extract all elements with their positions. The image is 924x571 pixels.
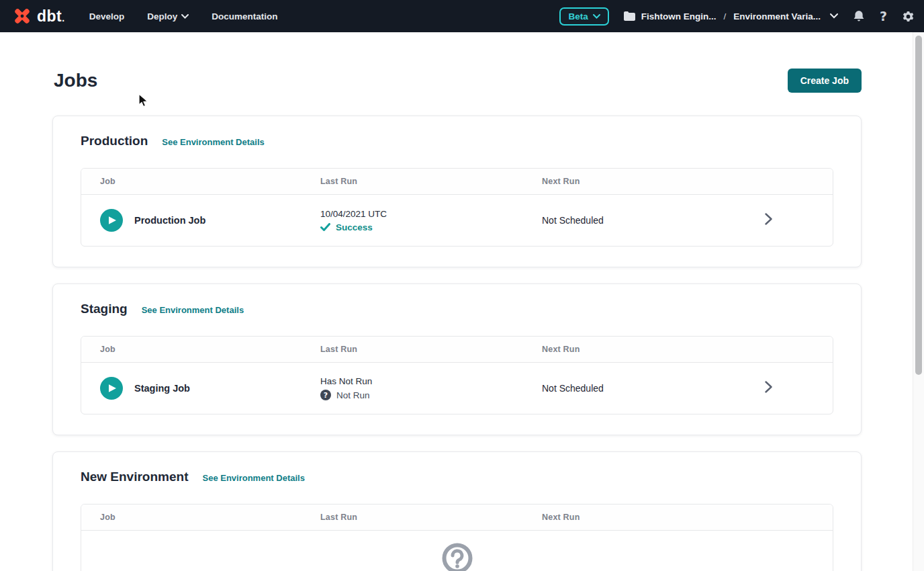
column-header-job: Job [81,513,320,522]
nav-item-documentation[interactable]: Documentation [212,11,277,21]
jobs-table-header: Job Last Run Next Run [81,504,833,531]
environment-card-staging: Staging See Environment Details Job Last… [52,283,862,435]
environment-card-header: Staging See Environment Details [81,300,833,316]
empty-jobs-area [81,531,833,571]
brand-name: dbt [37,7,65,26]
top-navigation-bar: dbt Develop Deploy Documentation Beta Fi… [0,0,924,32]
column-header-next-run: Next Run [542,177,833,186]
question-circle-icon: ? [320,390,331,400]
column-header-next-run: Next Run [542,345,833,354]
next-run-cell: Not Scheduled [542,383,833,394]
last-run-date: Has Not Run [320,376,542,386]
jobs-table: Job Last Run Next Run Production Job 10/… [81,168,833,247]
dbt-logo-icon [12,6,32,26]
main-nav: Develop Deploy Documentation [89,11,278,21]
jobs-table: Job Last Run Next Run [81,504,833,571]
column-header-last-run: Last Run [320,345,542,354]
run-job-play-button[interactable] [100,377,123,400]
environment-card-new-environment: New Environment See Environment Details … [52,451,862,571]
chevron-down-icon [830,13,838,19]
vertical-scrollbar-thumb[interactable] [915,36,922,375]
last-run-status: Success [320,222,542,232]
chevron-right-icon[interactable] [765,213,772,228]
notifications-bell-icon[interactable] [853,10,865,23]
dbt-logo[interactable]: dbt [12,6,65,26]
chevron-down-icon [593,14,600,19]
environment-title: Staging [81,302,128,316]
column-header-job: Job [81,177,320,186]
job-cell: Production Job [81,209,320,232]
folder-icon [624,11,635,21]
job-row-staging[interactable]: Staging Job Has Not Run ? Not Run Not Sc… [81,363,833,414]
breadcrumb-project[interactable]: Fishtown Engin... [641,11,717,21]
environment-title: Production [81,134,148,148]
last-run-cell: 10/04/2021 UTC Success [320,209,542,232]
check-icon [320,223,330,231]
nav-item-deploy[interactable]: Deploy [147,11,189,21]
next-run-cell: Not Scheduled [542,215,833,226]
jobs-table-header: Job Last Run Next Run [81,169,833,195]
empty-state-question-circle-icon [442,543,473,571]
beta-dropdown-button[interactable]: Beta [559,7,608,26]
column-header-job: Job [81,345,320,354]
jobs-table: Job Last Run Next Run Staging Job Has No… [81,336,833,414]
settings-gear-icon[interactable] [902,10,915,23]
create-job-button[interactable]: Create Job [788,69,862,93]
environment-card-header: Production See Environment Details [81,132,833,148]
column-header-next-run: Next Run [542,513,833,522]
vertical-scrollbar-track[interactable] [913,32,924,571]
breadcrumb-separator: / [723,11,726,21]
nav-item-develop[interactable]: Develop [89,11,125,21]
job-name: Staging Job [134,383,190,394]
page-title: Jobs [54,70,97,91]
page-header: Jobs Create Job [52,69,862,93]
column-header-last-run: Last Run [320,177,542,186]
see-environment-details-link[interactable]: See Environment Details [142,305,244,315]
help-icon[interactable]: ? [880,9,887,24]
last-run-status: ? Not Run [320,390,542,400]
jobs-table-header: Job Last Run Next Run [81,337,833,363]
run-job-play-button[interactable] [100,209,123,232]
chevron-right-icon[interactable] [765,381,772,396]
topbar-right-cluster: Beta Fishtown Engin... / Environment Var… [559,7,915,26]
job-row-production[interactable]: Production Job 10/04/2021 UTC Success No… [81,195,833,246]
last-run-cell: Has Not Run ? Not Run [320,376,542,400]
chevron-down-icon [181,14,189,19]
environment-title: New Environment [81,470,188,484]
job-cell: Staging Job [81,377,320,400]
see-environment-details-link[interactable]: See Environment Details [162,137,264,147]
environment-card-header: New Environment See Environment Details [81,468,833,484]
environment-card-production: Production See Environment Details Job L… [52,116,862,267]
breadcrumb-page[interactable]: Environment Varia... [733,11,821,21]
job-name: Production Job [134,215,205,226]
last-run-date: 10/04/2021 UTC [320,209,542,219]
main-content: Jobs Create Job Production See Environme… [0,32,924,571]
project-breadcrumb-switcher[interactable]: Fishtown Engin... / Environment Varia... [624,11,838,21]
see-environment-details-link[interactable]: See Environment Details [202,473,304,483]
column-header-last-run: Last Run [320,513,542,522]
